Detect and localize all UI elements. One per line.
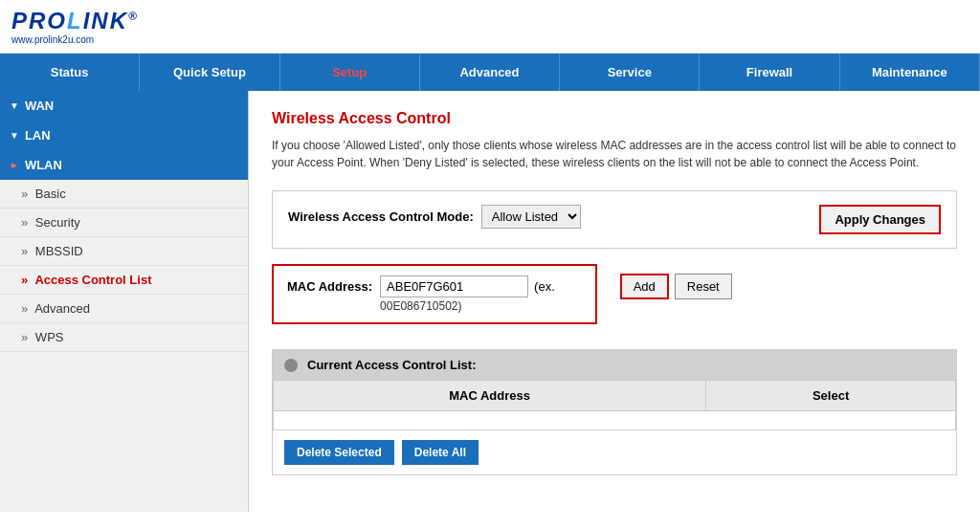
sidebar-section-wlan: ► WLAN » Basic » Security » MBSSID » Acc… [0, 150, 248, 352]
brand-name: PROLINK® [11, 8, 139, 34]
sidebar-section-wan: ▼ WAN [0, 91, 248, 121]
sidebar-mbssid-label: MBSSID [35, 244, 83, 258]
wlan-arrow-icon: ► [10, 160, 19, 170]
delete-all-button[interactable]: Delete All [402, 440, 479, 465]
acl-header-label: Current Access Control List: [307, 358, 477, 372]
nav-status[interactable]: Status [0, 54, 140, 91]
nav-firewall[interactable]: Firewall [700, 54, 839, 91]
sidebar-item-wps[interactable]: » WPS [0, 323, 248, 352]
content-area: Wireless Access Control If you choose 'A… [249, 91, 980, 512]
sidebar-lan-header[interactable]: ▼ LAN [0, 121, 248, 150]
sidebar-item-mbssid[interactable]: » MBSSID [0, 237, 248, 266]
page-title: Wireless Access Control [272, 110, 957, 127]
nav-service[interactable]: Service [560, 54, 700, 91]
sidebar: ▼ WAN ▼ LAN ► WLAN » Basic » Security [0, 91, 249, 512]
sidebar-section-lan: ▼ LAN [0, 121, 248, 150]
acl-footer: Delete Selected Delete All [273, 430, 956, 474]
sidebar-security-label: Security [35, 215, 80, 230]
wan-arrow-icon: ▼ [10, 100, 19, 111]
sidebar-wps-label: WPS [35, 330, 64, 344]
sidebar-wan-label: WAN [25, 99, 54, 113]
sidebar-item-basic[interactable]: » Basic [0, 180, 248, 209]
wps-prefix: » [21, 330, 28, 344]
lan-arrow-icon: ▼ [10, 130, 19, 141]
advanced-prefix: » [21, 301, 28, 316]
sidebar-advanced-label: Advanced [34, 301, 90, 316]
sidebar-item-advanced[interactable]: » Advanced [0, 295, 248, 323]
control-mode-label: Wireless Access Control Mode: [288, 209, 474, 224]
main-layout: ▼ WAN ▼ LAN ► WLAN » Basic » Security [0, 91, 980, 512]
reset-button[interactable]: Reset [675, 274, 732, 299]
acl-section: Current Access Control List: MAC Address… [272, 349, 957, 475]
mac-address-input[interactable] [380, 275, 528, 297]
mac-example-text: 00E086710502) [380, 299, 555, 313]
page-description: If you choose 'Allowed Listed', only tho… [272, 137, 957, 171]
header: PROLINK® www.prolink2u.com [0, 0, 980, 54]
sidebar-wan-header[interactable]: ▼ WAN [0, 91, 248, 121]
add-button[interactable]: Add [620, 274, 669, 299]
logo: PROLINK® www.prolink2u.com [11, 8, 139, 45]
mac-example-inline: (ex. [534, 279, 555, 294]
acl-table: MAC Address Select [273, 380, 956, 430]
control-mode-dropdown[interactable]: Allow Listed Deny Listed Disabled [481, 205, 581, 229]
acl-header: Current Access Control List: [273, 350, 956, 380]
gear-icon [284, 359, 298, 372]
sidebar-wlan-header[interactable]: ► WLAN [0, 150, 248, 180]
sidebar-wlan-label: WLAN [25, 158, 62, 172]
sidebar-item-acl[interactable]: » Access Control List [0, 266, 248, 295]
apply-changes-button[interactable]: Apply Changes [819, 205, 941, 234]
delete-selected-button[interactable]: Delete Selected [284, 440, 394, 465]
nav-setup[interactable]: Setup [280, 54, 420, 91]
nav-advanced[interactable]: Advanced [420, 54, 560, 91]
acl-prefix: » [21, 273, 28, 287]
basic-prefix: » [21, 187, 28, 201]
main-nav: Status Quick Setup Setup Advanced Servic… [0, 54, 980, 91]
mbssid-prefix: » [21, 244, 28, 258]
security-prefix: » [21, 215, 28, 230]
sidebar-lan-label: LAN [25, 128, 51, 143]
nav-quick-setup[interactable]: Quick Setup [140, 54, 279, 91]
nav-maintenance[interactable]: Maintenance [840, 54, 980, 91]
table-empty-row [274, 411, 956, 430]
sidebar-basic-label: Basic [35, 187, 66, 201]
sidebar-item-security[interactable]: » Security [0, 209, 248, 237]
col-mac-address: MAC Address [274, 381, 706, 411]
sidebar-acl-label: Access Control List [34, 273, 151, 287]
col-select: Select [706, 381, 956, 411]
logo-url: www.prolink2u.com [11, 34, 139, 45]
mac-address-label: MAC Address: [287, 275, 372, 294]
